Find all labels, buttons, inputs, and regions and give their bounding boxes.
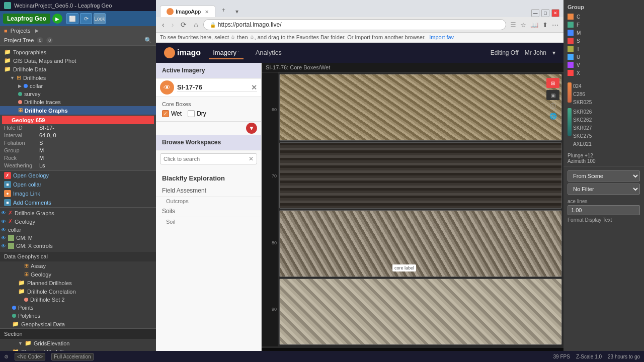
group-text-x: X	[577, 70, 580, 76]
nav-imagery[interactable]: Imagery '	[209, 47, 244, 59]
tree-item-dh-graphs[interactable]: ⊞ Drillhole Graphs	[0, 106, 156, 115]
reading-btn[interactable]: 📖	[529, 20, 539, 30]
tree-search-icon[interactable]: 🔍	[144, 37, 152, 44]
home-button[interactable]: ⌂	[192, 20, 200, 30]
dry-checkbox[interactable]	[188, 110, 195, 117]
eye-icon-geo[interactable]: 👁	[1, 219, 6, 224]
toolbar-icon-look[interactable]: Look	[94, 13, 106, 24]
tree-item-points[interactable]: Points	[0, 304, 156, 312]
search-box[interactable]: ✕	[160, 153, 257, 164]
dh-label-skc262[interactable]: SKC262	[573, 116, 592, 124]
dh-label-024[interactable]: 024	[573, 82, 592, 90]
workspace-category-1[interactable]: Field Assesment	[156, 185, 261, 197]
dark-button[interactable]: ▣	[546, 90, 559, 100]
tree-item-dh-set2[interactable]: Drillhole Set 2	[0, 296, 156, 304]
depth-ruler: 60 70 80 90	[262, 72, 278, 346]
forward-button[interactable]: ›	[170, 20, 176, 30]
nav-analytics[interactable]: Analytics	[252, 47, 286, 59]
share-btn[interactable]: ⬆	[541, 20, 549, 30]
dh-labels-024: 024 C286 SKR025	[573, 82, 592, 106]
z-scale-label: Z-Scale 1.0	[576, 354, 602, 359]
tree-item-polylines[interactable]: Polylines	[0, 312, 156, 320]
from-scene-select[interactable]: From Scene	[568, 170, 640, 182]
dh-label-axe021[interactable]: AXE021	[573, 140, 592, 148]
right-panel: Group C F M S T	[564, 0, 644, 362]
dh-label-skr027[interactable]: SKR027	[573, 124, 592, 132]
tree-item-grids[interactable]: ▼ 📁 GridsElevation	[0, 339, 156, 347]
interval-value: 64.0, 0	[39, 132, 56, 138]
scroll-down-btn[interactable]: ▼	[246, 123, 257, 134]
dh-graphs-vis-row: 👁 ✗ Drillhole Graphs	[0, 209, 156, 217]
globe-button[interactable]: 🌐	[546, 113, 559, 120]
back-button[interactable]: ‹	[160, 20, 167, 30]
tree-item-dh-corr[interactable]: 📁 Drillhole Correlation	[0, 287, 156, 296]
dh-label-skr026[interactable]: SKR026	[573, 108, 592, 116]
play-button[interactable]: ▶	[52, 14, 62, 24]
tree-item-collar[interactable]: ▶ collar	[0, 82, 156, 90]
eye-icon-dh[interactable]: 👁	[1, 210, 6, 216]
more-btn[interactable]: ⋯	[551, 20, 559, 30]
app-titlebar: WebinarProject_Geo5.0 - Leapfrog Geo	[0, 0, 156, 11]
core-rocks-container: 60 70 80 90 core label	[262, 72, 564, 346]
tree-item-topographies[interactable]: 📁 Topographies	[0, 48, 156, 56]
refresh-button[interactable]: ⟳	[179, 20, 189, 30]
browser-tab[interactable]: ImagoApp ✕	[160, 6, 215, 17]
eye-button[interactable]: 👁	[160, 80, 174, 95]
dh-label-c286[interactable]: C286	[573, 90, 592, 98]
tree-item-drillholes[interactable]: ▼ ⊞ Drillholes	[0, 73, 156, 82]
gm-m-label: GM: M	[16, 235, 33, 241]
tree-item-assay[interactable]: ⊞ Assay	[0, 261, 156, 270]
window-close-btn[interactable]: ✕	[551, 9, 559, 17]
imago-link-link[interactable]: ● Imago Link	[0, 189, 156, 198]
pip-button[interactable]: ⊞	[546, 78, 559, 88]
tree-item-planned[interactable]: 📁 Planned Drillholes	[0, 279, 156, 287]
dh-row-2: SKR026 SKC262 SKR027 SKC275 AXE021	[568, 108, 640, 148]
bookmark-list-btn[interactable]: ☰	[509, 20, 517, 30]
open-collar-link[interactable]: ■ Open collar	[0, 180, 156, 189]
dry-checkbox-item[interactable]: Dry	[188, 110, 206, 117]
hole-id-label: Hole ID	[4, 125, 39, 131]
workspace-item-soil[interactable]: Soil	[156, 217, 261, 226]
star-btn[interactable]: ☆	[519, 20, 527, 30]
eye-hole-row: 👁 SI-17-76 ✕	[156, 78, 261, 97]
tree-item-drillhole-data[interactable]: 📁 Drillhole Data	[0, 65, 156, 73]
new-tab-btn[interactable]: +	[216, 3, 230, 17]
info-button[interactable]: ⓘ	[546, 102, 559, 111]
dh-label-skr025[interactable]: SKR025	[573, 99, 592, 106]
search-input[interactable]	[164, 156, 249, 162]
import-fav-link[interactable]: Import fav	[429, 34, 454, 40]
active-imagery-label: Active Imagery	[162, 67, 205, 74]
workspace-item-outcrops[interactable]: Outcrops	[156, 197, 261, 206]
group-text-v: V	[577, 62, 580, 68]
wet-checkbox-item[interactable]: ✓ Wet	[162, 110, 182, 117]
tab-close-btn[interactable]: ✕	[205, 9, 209, 15]
open-geology-link[interactable]: ✗ Open Geology	[0, 171, 156, 180]
interval-row: Interval 64.0, 0	[2, 132, 154, 139]
url-box[interactable]: 🔒 https://portal.imago.live/	[203, 19, 506, 30]
scale-input[interactable]	[568, 205, 640, 215]
hole-close-btn[interactable]: ✕	[251, 83, 257, 92]
user-label[interactable]: Mr John	[525, 49, 546, 56]
wet-checkbox[interactable]: ✓	[162, 110, 169, 117]
eye-icon-collar[interactable]: 👁	[1, 227, 6, 233]
toolbar-icon-1[interactable]: ⬜	[66, 13, 78, 24]
tab-dropdown-btn[interactable]: ▾	[231, 6, 243, 17]
address-actions: ☰ ☆ 📖 ⬆ ⋯	[509, 20, 559, 30]
tree-item-geophysical[interactable]: 📁 Geophysical Data	[0, 320, 156, 328]
tree-item-survey[interactable]: survey	[0, 90, 156, 98]
search-clear-btn[interactable]: ✕	[249, 155, 254, 162]
tree-item-dh-traces[interactable]: Drillhole traces	[0, 98, 156, 106]
eye-icon-gm-m[interactable]: 👁	[1, 235, 6, 241]
tree-item-gis[interactable]: 📁 GIS Data, Maps and Phot	[0, 56, 156, 65]
dh-label-skc275[interactable]: SKC275	[573, 132, 592, 140]
minimize-btn[interactable]: —	[531, 9, 539, 17]
tree-item-geology2[interactable]: ⊞ Geology	[0, 270, 156, 279]
filter-select[interactable]: No Filter	[568, 184, 640, 195]
workspace-category-2[interactable]: Soils	[156, 206, 261, 217]
group-drill-label: Group	[4, 147, 39, 153]
add-comments-link[interactable]: ■ Add Comments	[0, 198, 156, 207]
editing-off-label[interactable]: Editing Off	[491, 49, 519, 56]
eye-icon-gm-x[interactable]: 👁	[1, 243, 6, 249]
toolbar-icon-2[interactable]: ⟳	[80, 13, 92, 24]
maximize-btn[interactable]: □	[541, 9, 549, 17]
